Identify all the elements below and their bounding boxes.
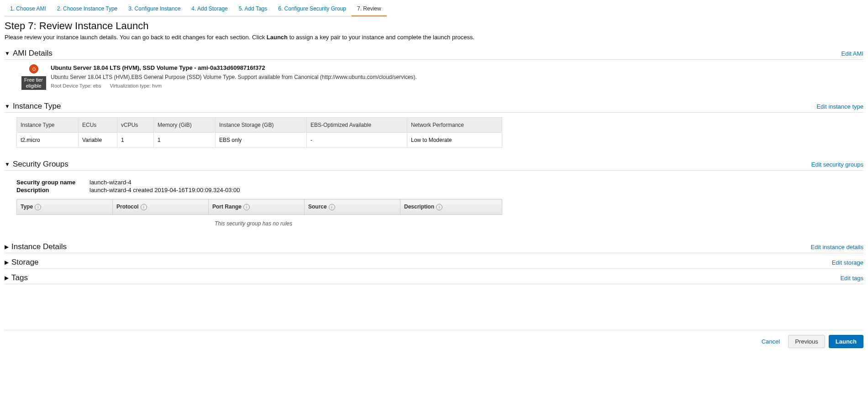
section-ami-details: ▼ AMI Details Edit AMI Free tier eligibl… [5, 47, 863, 90]
step-add-tags[interactable]: 5. Add Tags [233, 3, 273, 16]
info-icon[interactable]: i [436, 204, 442, 210]
caret-right-icon[interactable]: ▶ [5, 275, 9, 281]
edit-instance-details-link[interactable]: Edit instance details [810, 244, 863, 250]
th-source: Sourcei [305, 199, 400, 215]
table-row: t2.micro Variable 1 1 EBS only - Low to … [17, 133, 502, 148]
td-ebs-optimized: - [307, 133, 407, 148]
td-storage: EBS only [216, 133, 307, 148]
th-type: Typei [17, 199, 113, 215]
ubuntu-icon [29, 64, 38, 73]
section-title-security-groups: Security Groups [13, 160, 68, 169]
step-configure-instance[interactable]: 3. Configure Instance [123, 3, 186, 16]
info-icon[interactable]: i [243, 204, 250, 210]
step-choose-ami[interactable]: 1. Choose AMI [5, 3, 52, 16]
section-tags: ▶ Tags Edit tags [5, 271, 863, 284]
ami-name: Ubuntu Server 18.04 LTS (HVM), SSD Volum… [51, 64, 417, 71]
ami-description: Ubuntu Server 18.04 LTS (HVM),EBS Genera… [51, 74, 417, 80]
td-network-performance: Low to Moderate [407, 133, 502, 148]
section-security-groups: ▼ Security Groups Edit security groups S… [5, 158, 863, 227]
th-port-range: Port Rangei [209, 199, 305, 215]
section-title-instance-details: Instance Details [11, 242, 67, 251]
section-instance-details: ▶ Instance Details Edit instance details [5, 240, 863, 253]
free-tier-badge: Free tier eligible [21, 76, 46, 90]
sg-rules-table: Typei Protocoli Port Rangei Sourcei Desc… [16, 199, 502, 215]
free-tier-line2: eligible [26, 83, 41, 89]
edit-instance-type-link[interactable]: Edit instance type [816, 103, 863, 110]
td-instance-type: t2.micro [17, 133, 79, 148]
section-instance-type: ▼ Instance Type Edit instance type Insta… [5, 100, 863, 148]
caret-right-icon[interactable]: ▶ [5, 259, 9, 266]
step-choose-instance-type[interactable]: 2. Choose Instance Type [52, 3, 123, 16]
page-desc-bold: Launch [267, 34, 288, 41]
sg-name-label: Security group name [16, 179, 89, 186]
caret-down-icon[interactable]: ▼ [5, 103, 10, 110]
th-ebs-optimized: EBS-Optimized Available [307, 118, 407, 133]
edit-security-groups-link[interactable]: Edit security groups [811, 161, 863, 168]
th-memory: Memory (GiB) [154, 118, 216, 133]
info-icon[interactable]: i [141, 204, 147, 210]
step-review[interactable]: 7. Review [352, 3, 387, 16]
caret-right-icon[interactable]: ▶ [5, 244, 9, 250]
step-configure-security-group[interactable]: 6. Configure Security Group [273, 3, 352, 16]
ami-root-device: Root Device Type: ebs [51, 83, 101, 89]
td-ecus: Variable [79, 133, 117, 148]
previous-button[interactable]: Previous [788, 335, 825, 348]
sg-desc-value: launch-wizard-4 created 2019-04-16T19:00… [89, 187, 240, 193]
th-storage: Instance Storage (GB) [216, 118, 307, 133]
page-title: Step 7: Review Instance Launch [5, 20, 863, 32]
th-network-performance: Network Performance [407, 118, 502, 133]
page-desc-post: to assign a key pair to your instance an… [288, 34, 474, 41]
section-title-instance-type: Instance Type [13, 102, 61, 111]
sg-desc-label: Description [16, 187, 89, 193]
info-icon[interactable]: i [35, 204, 41, 210]
caret-down-icon[interactable]: ▼ [5, 161, 10, 167]
edit-storage-link[interactable]: Edit storage [832, 259, 863, 266]
th-vcpus: vCPUs [117, 118, 154, 133]
section-title-ami: AMI Details [13, 49, 53, 58]
ami-virtualization: Virtualization type: hvm [110, 83, 162, 89]
page-description: Please review your instance launch detai… [5, 34, 863, 41]
td-vcpus: 1 [117, 133, 154, 148]
section-title-storage: Storage [11, 258, 39, 267]
section-title-tags: Tags [11, 273, 28, 282]
th-ecus: ECUs [79, 118, 117, 133]
td-memory: 1 [154, 133, 216, 148]
step-add-storage[interactable]: 4. Add Storage [186, 3, 233, 16]
instance-type-table: Instance Type ECUs vCPUs Memory (GiB) In… [16, 117, 502, 148]
section-storage: ▶ Storage Edit storage [5, 256, 863, 269]
footer-actions: Cancel Previous Launch [5, 330, 863, 348]
launch-button[interactable]: Launch [829, 335, 863, 348]
caret-down-icon[interactable]: ▼ [5, 50, 10, 57]
free-tier-line1: Free tier [24, 77, 43, 83]
th-instance-type: Instance Type [17, 118, 79, 133]
sg-name-value: launch-wizard-4 [89, 179, 132, 186]
edit-ami-link[interactable]: Edit AMI [842, 50, 863, 57]
edit-tags-link[interactable]: Edit tags [840, 275, 863, 282]
sg-no-rules-message: This security group has no rules [5, 220, 502, 227]
th-description: Descriptioni [400, 199, 502, 215]
th-protocol: Protocoli [113, 199, 209, 215]
cancel-button[interactable]: Cancel [757, 335, 784, 348]
info-icon[interactable]: i [329, 204, 335, 210]
page-desc-pre: Please review your instance launch detai… [5, 34, 267, 41]
wizard-steps: 1. Choose AMI 2. Choose Instance Type 3.… [5, 3, 863, 16]
